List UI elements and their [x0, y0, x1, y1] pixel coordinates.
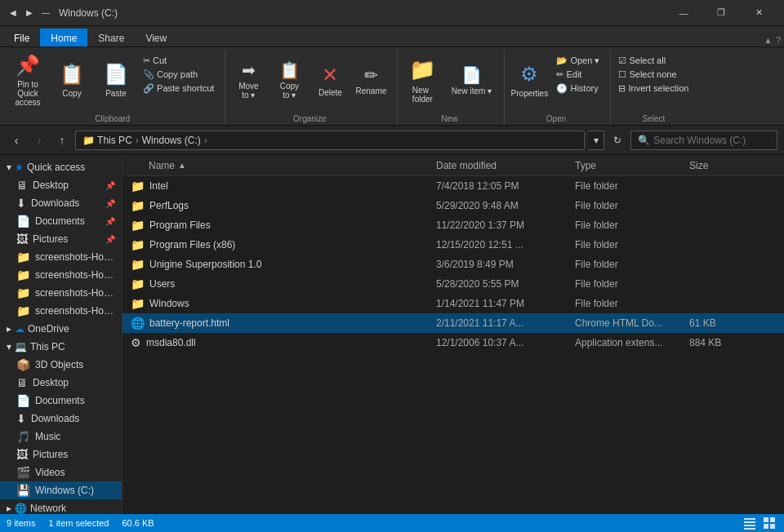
copy-path-button[interactable]: 📎 Copy path [139, 68, 218, 82]
network-header[interactable]: ▸ 🌐 Network [0, 499, 122, 514]
column-date[interactable]: Date modified [433, 160, 572, 171]
this-pc-header[interactable]: ▾ 💻 This PC [0, 338, 122, 356]
pin-label: Pin to Quickaccess [11, 80, 45, 107]
address-input[interactable]: 📁 This PC › Windows (C:) › [75, 131, 585, 150]
sidebar-item-screenshots1[interactable]: 📁 screenshots-How-tc [0, 248, 122, 266]
column-size[interactable]: Size [686, 160, 751, 171]
history-button[interactable]: 🕐 History [552, 82, 604, 95]
table-row[interactable]: ⚙ msdia80.dll 12/1/2006 10:37 A... Appli… [122, 333, 784, 352]
sidebar-item-music[interactable]: 🎵 Music [0, 428, 122, 446]
pin-to-quick-access-button[interactable]: 📌 Pin to Quickaccess [7, 54, 49, 106]
copy-button[interactable]: 📋 Copy [51, 54, 93, 106]
maximize-button[interactable]: ❐ [702, 0, 740, 26]
network-icon: 🌐 [15, 503, 27, 514]
new-item-button[interactable]: 📄 New item ▾ [445, 54, 497, 106]
sidebar-item-desktop-quick[interactable]: 🖥 Desktop 📌 [0, 176, 122, 194]
sidebar-item-windows-c[interactable]: 💾 Windows (C:) [0, 481, 122, 499]
organize-buttons: ➡ Moveto ▾ 📋 Copyto ▾ ✕ Delete ✏ Rename [229, 51, 390, 113]
breadcrumb-sep2: › [204, 135, 207, 146]
tab-view[interactable]: View [135, 29, 177, 47]
quick-access-header[interactable]: ▾ ★ Quick access [0, 158, 122, 176]
sidebar-item-pictures-pc[interactable]: 🖼 Pictures [0, 446, 122, 463]
open-button[interactable]: 📂 Open ▾ [552, 54, 604, 68]
sidebar-item-screenshots4[interactable]: 📁 screenshots-How-tc [0, 302, 122, 320]
pictures-pc-icon: 🖼 [16, 448, 28, 461]
file-type-icon: 🌐 [131, 317, 145, 330]
sidebar-item-3dobjects[interactable]: 📦 3D Objects [0, 356, 122, 374]
tab-share[interactable]: Share [87, 29, 135, 47]
ribbon-group-new: 📁 Newfolder 📄 New item ▾ New [398, 51, 505, 125]
sidebar-item-pictures-quick[interactable]: 🖼 Pictures 📌 [0, 230, 122, 248]
file-type-cell: File folder [572, 219, 686, 231]
videos-label: Videos [35, 467, 65, 478]
table-row[interactable]: 📁 PerfLogs 5/29/2020 9:48 AM File folder [122, 196, 784, 215]
sidebar-item-screenshots3[interactable]: 📁 screenshots-How-tc [0, 284, 122, 302]
invert-selection-button[interactable]: ⊟ Invert selection [614, 82, 693, 95]
delete-button[interactable]: ✕ Delete [310, 54, 350, 106]
back-button[interactable]: ‹ [7, 131, 26, 150]
paste-shortcut-button[interactable]: 🔗 Paste shortcut [139, 82, 218, 95]
details-view-button[interactable] [742, 516, 758, 530]
sidebar-item-screenshots2[interactable]: 📁 screenshots-How-tc [0, 266, 122, 284]
select-all-button[interactable]: ☑ Select all [614, 54, 693, 68]
cut-button[interactable]: ✂ Cut [139, 54, 218, 68]
sidebar-item-videos[interactable]: 🎬 Videos [0, 463, 122, 481]
tab-home[interactable]: Home [40, 29, 87, 47]
new-folder-button[interactable]: 📁 Newfolder [401, 54, 443, 106]
move-to-button[interactable]: ➡ Moveto ▾ [229, 54, 268, 106]
file-name-cell: 🌐 battery-report.html [122, 317, 433, 330]
large-icons-view-button[interactable] [761, 516, 777, 530]
sidebar-item-documents-pc[interactable]: 📄 Documents [0, 392, 122, 410]
onedrive-header[interactable]: ▸ ☁ OneDrive [0, 320, 122, 338]
column-type[interactable]: Type [572, 160, 686, 171]
table-row[interactable]: 📁 Program Files 11/22/2020 1:37 PM File … [122, 215, 784, 235]
edit-label: ✏ Edit [556, 69, 581, 80]
file-type-icon: 📁 [131, 297, 145, 310]
tab-file[interactable]: File [3, 29, 40, 47]
table-row[interactable]: 📁 Program Files (x86) 12/15/2020 12:51 .… [122, 235, 784, 255]
select-none-button[interactable]: ☐ Select none [614, 68, 693, 82]
file-name: Program Files (x86) [149, 239, 235, 250]
properties-button[interactable]: ⚙ Properties [508, 54, 550, 106]
column-name[interactable]: Name ▲ [122, 160, 433, 171]
file-type-cell: File folder [572, 298, 686, 309]
rename-button[interactable]: ✏ Rename [351, 54, 390, 106]
refresh-button[interactable]: ↻ [608, 131, 627, 150]
search-icon: 🔍 [638, 135, 650, 146]
file-type-cell: File folder [572, 259, 686, 270]
copy-to-button[interactable]: 📋 Copyto ▾ [270, 54, 309, 106]
file-type-cell: File folder [572, 239, 686, 250]
this-pc-label: This PC [30, 341, 65, 352]
table-row[interactable]: 📁 Windows 1/14/2021 11:47 PM File folder [122, 294, 784, 313]
breadcrumb-pc: 📁 This PC [82, 135, 132, 146]
minimize-button[interactable]: — [665, 0, 702, 26]
file-name-cell: 📁 Program Files [122, 219, 433, 232]
file-name-cell: 📁 Program Files (x86) [122, 238, 433, 251]
sidebar-item-desktop-pc[interactable]: 🖥 Desktop [0, 374, 122, 392]
edit-button[interactable]: ✏ Edit [552, 68, 604, 82]
paste-button[interactable]: 📄 Paste [95, 54, 137, 106]
sidebar-item-downloads-pc[interactable]: ⬇ Downloads [0, 410, 122, 428]
svg-rect-0 [744, 518, 755, 520]
file-date-cell: 1/14/2021 11:47 PM [433, 298, 572, 309]
forward-button[interactable]: › [29, 131, 49, 150]
file-name: Users [149, 278, 175, 290]
search-box[interactable]: 🔍 [630, 131, 777, 150]
table-row[interactable]: 📁 Users 5/28/2020 5:55 PM File folder [122, 274, 784, 294]
table-row[interactable]: 📁 Intel 7/4/2018 12:05 PM File folder [122, 176, 784, 196]
file-name-cell: 📁 Unigine Superposition 1.0 [122, 258, 433, 271]
file-type-icon: 📁 [131, 238, 145, 251]
sidebar-item-downloads-quick[interactable]: ⬇ Downloads 📌 [0, 194, 122, 212]
file-list-container: Name ▲ Date modified Type Size 📁 Intel 7… [122, 155, 784, 514]
videos-icon: 🎬 [16, 466, 30, 479]
rename-icon: ✏ [364, 65, 378, 85]
pictures-pc-label: Pictures [33, 449, 68, 460]
clipboard-group-label: Clipboard [7, 113, 218, 125]
up-button[interactable]: ↑ [52, 131, 72, 150]
search-input[interactable] [653, 135, 770, 146]
table-row[interactable]: 📁 Unigine Superposition 1.0 3/6/2019 8:4… [122, 255, 784, 274]
table-row[interactable]: 🌐 battery-report.html 2/11/2021 11:17 A.… [122, 313, 784, 333]
address-dropdown-button[interactable]: ▾ [588, 131, 604, 150]
close-button[interactable]: ✕ [740, 0, 777, 26]
sidebar-item-documents-quick[interactable]: 📄 Documents 📌 [0, 212, 122, 230]
